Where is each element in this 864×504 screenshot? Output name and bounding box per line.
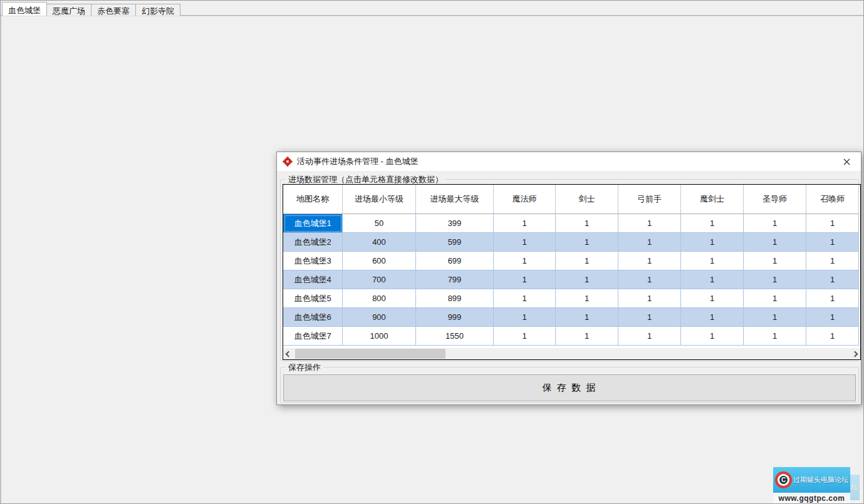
forum-logo-icon: C (775, 471, 792, 488)
table-row: 血色城堡5800899111111 (283, 289, 859, 308)
table-cell[interactable]: 1550 (416, 327, 494, 346)
table-cell[interactable]: 1 (556, 327, 618, 346)
scrollbar-thumb[interactable] (295, 349, 445, 359)
column-header[interactable]: 召唤师 (806, 185, 859, 214)
table-row: 血色城堡150399111111 (283, 214, 859, 233)
column-header[interactable]: 进场最大等级 (416, 185, 494, 214)
table-cell[interactable]: 900 (343, 308, 416, 327)
table-cell[interactable]: 血色城堡3 (283, 252, 343, 270)
table-cell[interactable]: 1 (494, 233, 556, 252)
table-cell[interactable]: 血色城堡6 (283, 308, 343, 327)
table-cell[interactable]: 血色城堡2 (283, 233, 343, 252)
column-header[interactable]: 进场最小等级 (343, 185, 416, 214)
tab-crywolf[interactable]: 赤色要塞 (91, 4, 136, 16)
table-cell[interactable]: 1 (744, 270, 806, 289)
table-cell[interactable]: 1 (494, 289, 556, 308)
table-cell[interactable]: 1 (618, 214, 681, 233)
entry-conditions-horizontal-scrollbar[interactable] (283, 348, 860, 359)
table-cell[interactable]: 700 (343, 270, 416, 289)
table-cell[interactable]: 999 (416, 308, 494, 327)
table-cell[interactable]: 1 (806, 252, 859, 270)
tab-blood-castle[interactable]: 血色城堡 (2, 2, 47, 16)
entry-conditions-dialog: 活动事件进场条件管理 - 血色城堡 进场数据管理（点击单元格直接修改数据） 地图… (276, 152, 861, 405)
column-header[interactable]: 魔法师 (494, 185, 556, 214)
table-cell[interactable]: 600 (343, 252, 416, 270)
table-cell[interactable]: 1 (618, 327, 681, 346)
table-cell[interactable]: 1 (556, 270, 618, 289)
table-cell[interactable]: 1 (618, 289, 681, 308)
table-cell[interactable]: 血色城堡7 (283, 327, 343, 346)
table-cell[interactable]: 1 (618, 233, 681, 252)
dialog-app-icon (283, 157, 293, 167)
table-row: 血色城堡710001550111111 (283, 327, 859, 346)
column-header[interactable]: 圣导师 (744, 185, 806, 214)
table-cell[interactable]: 400 (343, 233, 416, 252)
column-header[interactable]: 地图名称 (283, 185, 343, 214)
table-cell[interactable]: 1 (681, 289, 744, 308)
table-cell[interactable]: 399 (416, 214, 494, 233)
table-cell[interactable]: 50 (343, 214, 416, 233)
entry-conditions-grid: 地图名称进场最小等级进场最大等级魔法师剑士弓箭手魔剑士圣导师召唤师血色城堡150… (283, 184, 861, 360)
watermark-banner: C 过期罐头电脑论坛 (773, 467, 850, 493)
table-cell[interactable]: 血色城堡1 (283, 214, 343, 233)
dialog-title: 活动事件进场条件管理 - 血色城堡 (297, 156, 419, 167)
table-cell[interactable]: 1 (806, 308, 859, 327)
table-cell[interactable]: 血色城堡5 (283, 289, 343, 308)
table-cell[interactable]: 1 (681, 270, 744, 289)
table-cell[interactable]: 1 (681, 327, 744, 346)
tab-illusion-temple[interactable]: 幻影寺院 (135, 4, 180, 16)
table-cell[interactable]: 1 (744, 289, 806, 308)
table-cell[interactable]: 1 (618, 252, 681, 270)
dialog-title-bar[interactable]: 活动事件进场条件管理 - 血色城堡 (277, 152, 861, 171)
chevron-left-icon (286, 351, 292, 357)
table-cell[interactable]: 1 (494, 270, 556, 289)
table-cell[interactable]: 1 (744, 327, 806, 346)
table-cell[interactable]: 1 (744, 233, 806, 252)
table-cell[interactable]: 599 (416, 233, 494, 252)
table-cell[interactable]: 1 (806, 327, 859, 346)
table-cell[interactable]: 1 (744, 214, 806, 233)
table-cell[interactable]: 1 (744, 252, 806, 270)
watermark: C 过期罐头电脑论坛 www.gqgtpc.com (773, 467, 850, 503)
table-cell[interactable]: 1 (556, 308, 618, 327)
table-cell[interactable]: 1 (494, 252, 556, 270)
tab-devil-square[interactable]: 恶魔广场 (46, 4, 91, 16)
table-cell[interactable]: 1 (806, 270, 859, 289)
dialog-close-button[interactable] (833, 152, 861, 171)
scroll-left-button[interactable] (283, 348, 294, 359)
table-cell[interactable]: 1 (744, 308, 806, 327)
table-cell[interactable]: 1 (494, 327, 556, 346)
table-cell[interactable]: 799 (416, 270, 494, 289)
table-cell[interactable]: 1 (681, 214, 744, 233)
table-cell[interactable]: 血色城堡4 (283, 270, 343, 289)
dialog-save-data-button[interactable]: 保 存 数 据 (283, 374, 856, 401)
table-cell[interactable]: 899 (416, 289, 494, 308)
table-cell[interactable]: 1 (556, 252, 618, 270)
column-header[interactable]: 弓箭手 (618, 185, 681, 214)
scroll-right-button[interactable] (850, 348, 860, 359)
table-cell[interactable]: 800 (343, 289, 416, 308)
column-header[interactable]: 剑士 (556, 185, 618, 214)
table-cell[interactable]: 1 (618, 270, 681, 289)
table-cell[interactable]: 1 (494, 214, 556, 233)
table-cell[interactable]: 1 (806, 233, 859, 252)
dialog-group-save-label: 保存操作 (286, 362, 323, 373)
watermark-url: www.gqgtpc.com (773, 493, 850, 503)
column-header[interactable]: 魔剑士 (681, 185, 744, 214)
table-cell[interactable]: 1 (556, 214, 618, 233)
table-cell[interactable]: 1 (681, 252, 744, 270)
table-cell[interactable]: 1 (806, 214, 859, 233)
table-cell[interactable]: 1000 (343, 327, 416, 346)
table-row: 血色城堡4700799111111 (283, 270, 859, 289)
table-cell[interactable]: 1 (618, 308, 681, 327)
table-row: 血色城堡3600699111111 (283, 252, 859, 270)
table-cell[interactable]: 1 (556, 233, 618, 252)
table-cell[interactable]: 1 (556, 289, 618, 308)
table-cell[interactable]: 1 (806, 289, 859, 308)
table-cell[interactable]: 1 (681, 233, 744, 252)
table-row: 血色城堡6900999111111 (283, 308, 859, 327)
table-cell[interactable]: 699 (416, 252, 494, 270)
scrollbar-track[interactable] (294, 348, 850, 359)
table-cell[interactable]: 1 (494, 308, 556, 327)
table-cell[interactable]: 1 (681, 308, 744, 327)
